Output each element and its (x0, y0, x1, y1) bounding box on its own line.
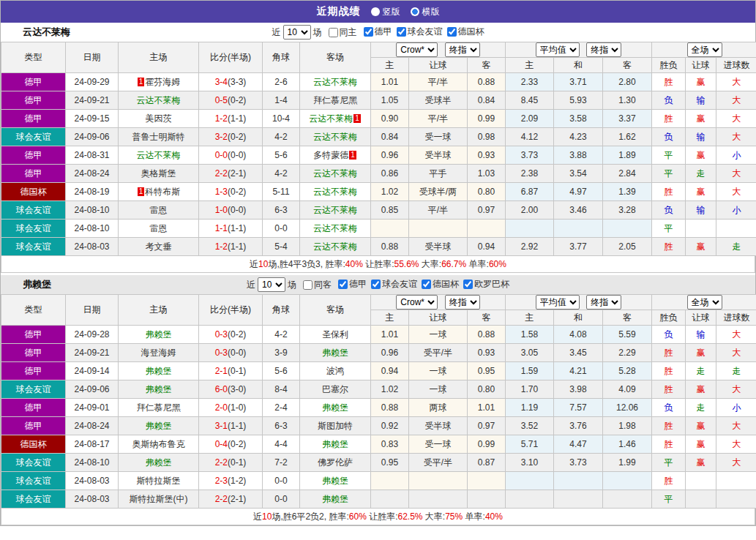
home-team-cell: 奥格斯堡 (119, 165, 199, 183)
league-label: 球会友谊 (382, 278, 417, 290)
score-cell: 0-4(0-2) (199, 435, 263, 454)
final-odds-select-2[interactable]: 终指 (586, 295, 621, 310)
away-odds-cell: 1.03 (468, 165, 506, 183)
corner-cell: 0-0 (263, 220, 300, 238)
team-name: 雷恩 (150, 223, 168, 233)
average-select[interactable]: 平均值 (536, 42, 580, 57)
same-venue-checkbox[interactable] (329, 28, 338, 37)
full-time-score: 1-2 (215, 241, 228, 252)
bookmaker-select[interactable]: Crow* (396, 295, 438, 310)
home-odds-cell: 0.92 (371, 417, 409, 435)
half-time-score: (1-1) (228, 421, 246, 431)
score-cell: 2-2(2-1) (199, 490, 263, 509)
full-match-select[interactable]: 全场 (687, 295, 722, 310)
team-name: 海登海姆 (141, 348, 176, 358)
layout-option-vertical[interactable]: 竖版 (371, 6, 400, 18)
average-group-header: 平均值 终指 (506, 295, 652, 310)
subcol-handicap: 让球 (409, 310, 468, 326)
score-cell: 2-2(0-1) (199, 454, 263, 472)
summary-part: 单率: (463, 511, 485, 522)
league-checkbox[interactable] (422, 280, 431, 289)
goals-result-cell: 大 (716, 91, 756, 110)
subcol-avg-draw: 和 (554, 58, 603, 73)
recent-count-select[interactable]: 10 (258, 277, 285, 292)
corner-cell: 5-6 (263, 146, 300, 165)
col-header-date: 日期 (66, 295, 119, 326)
away-team-cell: 云达不莱梅 (300, 238, 371, 256)
league-checkbox[interactable] (364, 27, 373, 37)
away-odds-cell: 0.97 (468, 417, 506, 435)
match-row: 德国杯24-08-191科特布斯1-3(0-2)5-11云达不莱梅1.02受球半… (1, 183, 756, 201)
league-checkbox[interactable] (447, 27, 457, 37)
team-name: 佛罗伦萨 (318, 457, 353, 468)
goals-result-cell: 大 (716, 435, 756, 454)
radio-horizontal-icon[interactable] (411, 7, 419, 16)
final-odds-select-2[interactable]: 终指 (586, 42, 621, 57)
match-type-cell: 德甲 (1, 344, 66, 362)
match-type-cell: 球会友谊 (1, 201, 66, 220)
match-date-cell: 24-08-19 (66, 183, 119, 201)
layout-option-horizontal[interactable]: 横版 (411, 6, 440, 18)
match-date-cell: 24-08-03 (66, 472, 119, 490)
team-name: 弗赖堡 (322, 402, 348, 413)
home-team-cell: 1科特布斯 (119, 183, 199, 201)
summary-part: 大率: (423, 511, 446, 522)
team-name: 弗赖堡 (322, 476, 348, 486)
home-odds-cell (371, 220, 409, 238)
bookmaker-select[interactable]: Crow* (396, 42, 438, 57)
title-bar: 近期战绩 竖版 横版 (1, 1, 755, 23)
avg-draw-cell: 3.76 (554, 417, 603, 435)
final-odds-select[interactable]: 终指 (445, 295, 480, 310)
corner-cell: 1-4 (263, 91, 300, 110)
avg-away-cell: 1.30 (603, 91, 652, 110)
league-checkbox[interactable] (397, 27, 406, 37)
recent-count-select[interactable]: 10 (283, 25, 311, 40)
team-name: 拜仁慕尼黑 (137, 402, 181, 413)
handicap-cell: 受一球 (409, 128, 468, 146)
corner-cell: 10-4 (263, 110, 300, 128)
handicap-cell: 受半球 (409, 146, 468, 165)
average-select[interactable]: 平均值 (536, 295, 580, 310)
final-odds-select[interactable]: 终指 (445, 42, 480, 57)
games-label: 场 (288, 279, 296, 291)
team-name: 云达不莱梅 (313, 241, 357, 252)
col-header-away: 客场 (300, 295, 371, 326)
subcol-handicap-result: 让球 (686, 58, 716, 73)
summary-part: 大率: (419, 259, 442, 269)
league-label: 德国杯 (433, 278, 459, 290)
avg-draw-cell: 3.71 (554, 73, 603, 91)
team-name: 弗赖堡 (146, 329, 172, 340)
filter-bar: 云达不莱梅 近 10 场 同主 德甲球会友谊德国杯 (1, 23, 755, 42)
handicap-cell: 平手 (409, 165, 468, 183)
same-venue-checkbox[interactable] (303, 280, 312, 290)
handicap-cell: 一球 (409, 326, 468, 344)
league-label: 球会友谊 (408, 26, 443, 38)
handicap-result-cell: 赢 (686, 435, 716, 454)
goals-result-cell: 大 (716, 344, 756, 362)
filter-bar: 弗赖堡 近 10 场 同客 德甲球会友谊德国杯欧罗巴杯 (1, 275, 755, 294)
match-date-cell: 24-09-06 (66, 380, 119, 399)
radio-vertical-icon[interactable] (371, 7, 380, 16)
same-venue-filter: 同客 (299, 279, 332, 291)
avg-draw-cell: 4.23 (554, 128, 603, 146)
home-odds-cell (371, 490, 409, 509)
full-match-select[interactable]: 全场 (687, 42, 722, 57)
avg-away-cell: 2.29 (603, 344, 652, 362)
league-checkbox[interactable] (463, 280, 473, 289)
match-type-cell: 球会友谊 (1, 380, 66, 399)
team-name: 斯图加特 (318, 421, 353, 431)
avg-home-cell: 2.92 (506, 238, 554, 256)
score-cell: 1-0(0-0) (199, 201, 263, 220)
away-team-cell: 弗赖堡 (300, 344, 371, 362)
league-checkbox[interactable] (371, 280, 381, 289)
away-team-cell: 多特蒙德1 (300, 146, 371, 165)
section-summary: 近10场,胜6平2负2, 胜率:60% 让胜率:62.5% 大率:75% 单率:… (1, 509, 755, 525)
avg-draw-cell: 4.08 (554, 326, 603, 344)
handicap-cell: 受平/半 (409, 454, 468, 472)
match-row: 德甲24-08-31云达不莱梅0-0(0-0)5-6多特蒙德10.96受半球0.… (1, 146, 756, 165)
half-time-score: (0-2) (228, 132, 246, 142)
subcol-outcome: 胜负 (652, 58, 686, 73)
league-checkbox[interactable] (338, 280, 348, 289)
half-time-score: (3-0) (228, 384, 246, 394)
team-name: 雷恩 (150, 205, 168, 215)
